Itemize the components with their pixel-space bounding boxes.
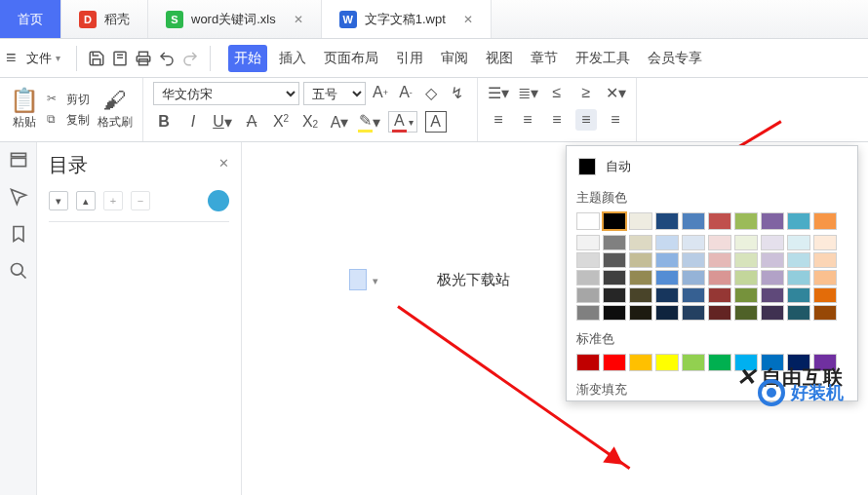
indent-right-button[interactable]: ≥ (575, 82, 597, 103)
color-swatch[interactable] (655, 212, 679, 230)
color-swatch[interactable] (603, 305, 626, 321)
color-swatch[interactable] (603, 212, 626, 230)
color-swatch[interactable] (813, 305, 837, 321)
font-color-button[interactable]: A▾ (388, 111, 417, 133)
tab-home[interactable]: 首页 (0, 0, 61, 38)
color-swatch[interactable] (787, 252, 810, 268)
bold-button[interactable]: B (153, 111, 175, 133)
color-swatch[interactable] (682, 270, 705, 286)
color-swatch[interactable] (734, 252, 758, 268)
grow-font-button[interactable]: A+ (370, 82, 391, 103)
color-swatch[interactable] (682, 287, 705, 303)
undo-icon[interactable] (157, 49, 177, 68)
file-menu[interactable]: 文件▾ (20, 46, 66, 71)
eraser-icon[interactable]: ◇ (420, 82, 442, 103)
color-swatch[interactable] (629, 287, 652, 303)
align-justify-button[interactable]: ≡ (575, 109, 597, 131)
ribbon-tab-chapter[interactable]: 章节 (525, 45, 564, 72)
color-swatch[interactable] (629, 235, 652, 250)
toc-plus-icon[interactable]: + (103, 191, 123, 210)
tab-xls[interactable]: S word关键词.xls ✕ (148, 0, 322, 38)
color-swatch[interactable] (603, 354, 626, 371)
color-swatch[interactable] (734, 287, 758, 303)
color-swatch[interactable] (655, 354, 679, 371)
color-swatch[interactable] (655, 235, 679, 250)
color-swatch[interactable] (682, 354, 705, 371)
cut-button[interactable]: ✂剪切 (47, 92, 90, 108)
subscript-button[interactable]: X2 (299, 111, 321, 133)
color-swatch[interactable] (603, 270, 626, 286)
hamburger-icon[interactable]: ≡ (6, 48, 17, 68)
align-right-button[interactable]: ≡ (546, 109, 568, 131)
redo-icon[interactable] (180, 49, 200, 68)
color-swatch[interactable] (734, 235, 758, 250)
color-swatch[interactable] (655, 305, 679, 321)
color-swatch[interactable] (708, 252, 731, 268)
color-swatch[interactable] (576, 235, 600, 250)
ribbon-tab-view[interactable]: 视图 (480, 45, 519, 72)
highlight-button[interactable]: ✎▾ (358, 111, 380, 133)
ribbon-tab-review[interactable]: 审阅 (435, 45, 474, 72)
close-icon[interactable]: ✕ (463, 13, 473, 26)
tab-wpt[interactable]: W 文字文稿1.wpt ✕ (322, 0, 492, 38)
ribbon-tab-insert[interactable]: 插入 (273, 45, 312, 72)
color-swatch[interactable] (629, 305, 652, 321)
color-swatch[interactable] (576, 354, 600, 371)
change-case-button[interactable]: A▾ (329, 111, 350, 133)
format-painter-button[interactable]: 🖌 格式刷 (98, 89, 133, 131)
numbering-button[interactable]: ≣▾ (517, 82, 538, 103)
color-swatch[interactable] (761, 287, 784, 303)
color-swatch[interactable] (708, 235, 731, 250)
line-spacing-button[interactable]: ✕▾ (605, 82, 626, 103)
font-family-select[interactable]: 华文仿宋 (153, 82, 299, 105)
bullets-button[interactable]: ☰▾ (488, 82, 509, 103)
color-swatch[interactable] (813, 287, 837, 303)
superscript-button[interactable]: X2 (270, 111, 292, 133)
ribbon-tab-ref[interactable]: 引用 (390, 45, 429, 72)
color-swatch[interactable] (761, 252, 784, 268)
color-swatch[interactable] (708, 270, 731, 286)
ribbon-tab-start[interactable]: 开始 (228, 45, 267, 72)
search-icon[interactable] (9, 261, 28, 281)
color-swatch[interactable] (734, 305, 758, 321)
ribbon-tab-vip[interactable]: 会员专享 (642, 45, 708, 72)
ribbon-tab-dev[interactable]: 开发工具 (570, 45, 636, 72)
color-swatch[interactable] (761, 212, 784, 230)
distribute-button[interactable]: ≡ (605, 109, 626, 131)
print-preview-icon[interactable] (110, 49, 130, 68)
color-swatch[interactable] (603, 235, 626, 250)
toc-minus-icon[interactable]: − (131, 191, 150, 210)
color-swatch[interactable] (629, 252, 652, 268)
color-swatch[interactable] (655, 270, 679, 286)
color-swatch[interactable] (629, 354, 652, 371)
color-swatch[interactable] (576, 287, 600, 303)
color-swatch[interactable] (576, 212, 600, 230)
strikethrough-button[interactable]: A (241, 111, 262, 133)
document-canvas[interactable]: ▾ 极光下载站 自动 主题颜色 标准色 渐变填充 ✕ 自由互联 好装机 (242, 142, 868, 495)
auto-color-row[interactable]: 自动 (576, 154, 848, 179)
color-swatch[interactable] (787, 287, 810, 303)
tab-daoke[interactable]: D 稻壳 (61, 0, 148, 38)
color-swatch[interactable] (761, 270, 784, 286)
color-swatch[interactable] (734, 270, 758, 286)
color-swatch[interactable] (708, 305, 731, 321)
save-icon[interactable] (87, 49, 106, 68)
color-swatch[interactable] (761, 305, 784, 321)
panel-close-icon[interactable]: ✕ (218, 156, 229, 171)
color-swatch[interactable] (682, 235, 705, 250)
color-swatch[interactable] (576, 305, 600, 321)
clear-format-icon[interactable]: ↯ (446, 82, 467, 103)
color-swatch[interactable] (655, 287, 679, 303)
color-swatch[interactable] (629, 270, 652, 286)
color-swatch[interactable] (787, 305, 810, 321)
color-swatch[interactable] (708, 354, 731, 371)
color-swatch[interactable] (708, 287, 731, 303)
color-swatch[interactable] (787, 235, 810, 250)
italic-button[interactable]: I (182, 111, 204, 133)
color-swatch[interactable] (813, 235, 837, 250)
color-swatch[interactable] (813, 252, 837, 268)
align-left-button[interactable]: ≡ (488, 109, 509, 131)
color-swatch[interactable] (629, 212, 652, 230)
print-icon[interactable] (134, 49, 153, 68)
color-swatch[interactable] (734, 212, 758, 230)
